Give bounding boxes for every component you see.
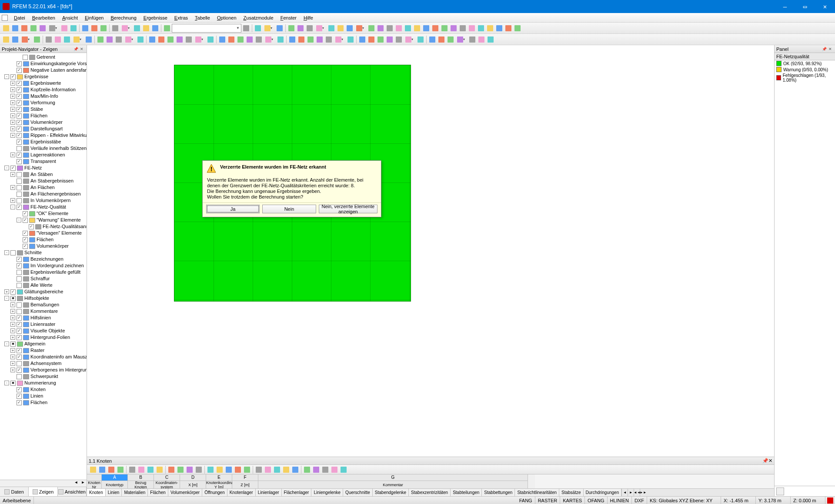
toolbar-button[interactable]	[394, 24, 403, 33]
collapse-icon[interactable]: -	[4, 166, 9, 170]
toolbar-button[interactable]	[2, 35, 10, 44]
tree-item[interactable]: -✓"Warnung" Elemente	[0, 217, 87, 223]
tree-item[interactable]: ✓Knoten	[0, 386, 87, 393]
expand-icon[interactable]: +	[4, 289, 9, 294]
expand-icon[interactable]: +	[10, 328, 15, 333]
toolbar-button[interactable]	[306, 35, 315, 44]
collapse-icon[interactable]: -	[4, 296, 9, 301]
table-toolbar-button[interactable]	[107, 465, 116, 474]
tree-item[interactable]: ✓FE-Netz-Qualitätsanmerkungen	[0, 223, 87, 230]
table-close-icon[interactable]: ✕	[768, 458, 772, 464]
toolbar-button[interactable]	[2, 24, 10, 33]
expand-icon[interactable]: +	[10, 100, 15, 105]
table-tab[interactable]: Stabteilungen	[451, 489, 482, 496]
tree-checkbox[interactable]	[17, 374, 22, 379]
tree-checkbox[interactable]: ✓	[17, 100, 22, 106]
table-column-header[interactable]: Koordinaten-system	[154, 481, 180, 488]
toolbar-button[interactable]	[428, 35, 437, 44]
tree-item[interactable]: +An Flächen	[0, 184, 87, 191]
tree-checkbox[interactable]	[23, 55, 28, 60]
table-toolbar-button[interactable]	[303, 465, 311, 474]
toolbar-button[interactable]	[175, 35, 184, 44]
dialog-no-button[interactable]: Nein	[262, 205, 316, 213]
toolbar-button[interactable]	[105, 35, 114, 44]
expand-icon[interactable]: +	[10, 348, 15, 353]
toolbar-button[interactable]	[477, 35, 486, 44]
menu-hilfe[interactable]: Hilfe	[300, 14, 317, 21]
tree-checkbox[interactable]: ✓	[29, 224, 34, 229]
expand-icon[interactable]: +	[10, 315, 15, 320]
tree-checkbox[interactable]: ✓	[23, 211, 28, 216]
toolbar-button[interactable]: ▾	[264, 35, 276, 44]
toolbar-button[interactable]	[275, 24, 284, 33]
expand-icon[interactable]: +	[10, 81, 15, 86]
toolbar-button[interactable]	[11, 35, 20, 44]
table-toolbar-button[interactable]	[128, 465, 137, 474]
toolbar-button[interactable]	[297, 35, 306, 44]
menu-extras[interactable]: Extras	[171, 14, 191, 21]
tabstrip-scroll[interactable]: ►►	[640, 489, 646, 496]
toolbar-button[interactable]	[513, 24, 522, 33]
toolbar-button[interactable]	[60, 24, 69, 33]
toolbar-button[interactable]	[99, 24, 108, 33]
table-column-header[interactable]: Z [m]	[232, 481, 258, 488]
tree-checkbox[interactable]: ■	[10, 342, 16, 347]
table-tab[interactable]: Stabsätze	[559, 489, 583, 496]
toolbar-button[interactable]	[336, 24, 345, 33]
toolbar-button[interactable]	[69, 24, 78, 33]
toolbar-button[interactable]	[440, 24, 449, 33]
tree-item[interactable]: +✓Verborgenes im Hintergrund darstellen	[0, 367, 87, 373]
expand-icon[interactable]: +	[10, 172, 15, 177]
tree-item[interactable]: Ergebnisverläufe gefüllt	[0, 269, 87, 275]
status-toggle-kartes[interactable]: KARTES	[560, 497, 585, 504]
tree-checkbox[interactable]	[17, 198, 22, 203]
close-panel-icon[interactable]: ✕	[79, 46, 85, 52]
tree-item[interactable]: Schwerpunkt	[0, 373, 87, 380]
expand-icon[interactable]: +	[10, 107, 15, 112]
toolbar-button[interactable]	[413, 24, 421, 33]
tree-checkbox[interactable]: ✓	[10, 166, 16, 171]
tree-checkbox[interactable]: ✓	[10, 289, 16, 295]
toolbar-button[interactable]: ▾	[72, 35, 84, 44]
toolbar-button[interactable]: ▾	[20, 35, 32, 44]
tree-checkbox[interactable]: ✓	[17, 328, 22, 334]
tree-item[interactable]: ✓Im Vordergrund zeichnen	[0, 262, 87, 269]
menu-bearbeiten[interactable]: Bearbeiten	[29, 14, 59, 21]
toolbar-button[interactable]	[11, 24, 20, 33]
tree-checkbox[interactable]	[17, 276, 22, 282]
table-toolbar-button[interactable]	[137, 465, 146, 474]
table-toolbar-button[interactable]	[254, 465, 263, 474]
toolbar-button[interactable]: ▾	[47, 24, 60, 33]
hscroll-right-icon[interactable]: ►	[80, 480, 87, 487]
tree-item[interactable]: ✓Einwirkungskategorie Vorspannung	[0, 60, 87, 67]
tree-checkbox[interactable]: ✓	[17, 133, 22, 138]
tree-checkbox[interactable]: ✓	[17, 139, 22, 145]
toolbar-button[interactable]	[431, 24, 440, 33]
toolbar-button[interactable]	[53, 35, 62, 44]
expand-icon[interactable]: +	[10, 322, 15, 327]
toolbar-button[interactable]	[358, 35, 367, 44]
pin-icon[interactable]: 📌	[73, 46, 79, 52]
tree-checkbox[interactable]	[17, 192, 22, 197]
tree-item[interactable]: +✓Verformung	[0, 99, 87, 106]
table-toolbar-button[interactable]	[264, 465, 272, 474]
table-tab[interactable]: Durchdringungen	[584, 489, 622, 496]
tree-checkbox[interactable]	[17, 179, 22, 184]
toolbar-button[interactable]: ▾	[194, 35, 206, 44]
status-toggle-dxf[interactable]: DXF	[632, 497, 647, 504]
expand-icon[interactable]: +	[10, 361, 15, 366]
table-column-header[interactable]: Knotentyp	[102, 481, 128, 488]
table-column-letter[interactable]	[87, 474, 102, 481]
collapse-icon[interactable]: -	[17, 218, 21, 222]
table-tab[interactable]: Linienlager	[256, 489, 282, 496]
tree-item[interactable]: Getrennt	[0, 54, 87, 60]
tree-item[interactable]: +Achsensystem	[0, 360, 87, 367]
tree-item[interactable]: An Flächenergebnissen	[0, 191, 87, 197]
toolbar-button[interactable]	[446, 35, 455, 44]
toolbar-button[interactable]	[142, 24, 150, 33]
tabstrip-scroll[interactable]: ►	[628, 489, 634, 496]
table-toolbar-button[interactable]	[185, 465, 194, 474]
toolbar-button[interactable]	[288, 35, 297, 44]
tree-item[interactable]: -■Hilfsobjekte	[0, 295, 87, 302]
table-column-letter[interactable]: F	[232, 474, 258, 481]
